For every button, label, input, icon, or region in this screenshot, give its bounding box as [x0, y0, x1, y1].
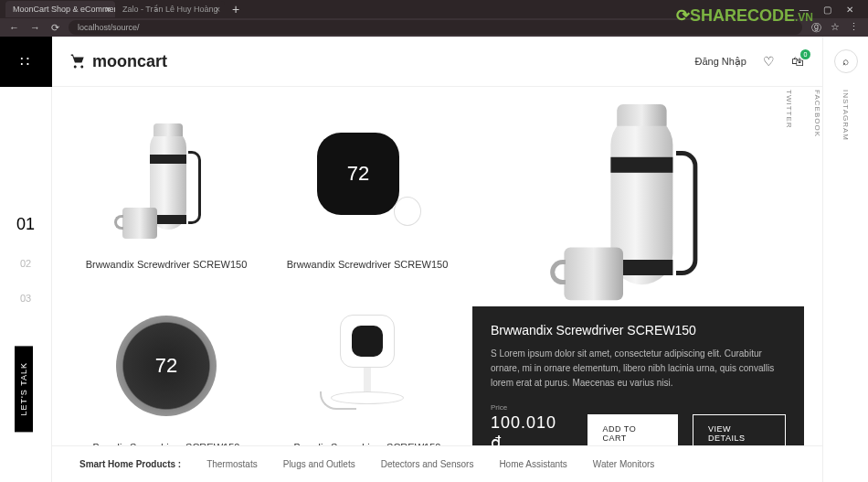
product-card[interactable]: Brwwandix Screwdriver SCREW150: [70, 114, 262, 288]
category-nav: Smart Home Products : Thermostats Plugs …: [52, 445, 822, 482]
forward-icon[interactable]: →: [30, 22, 40, 34]
hero-title: Brwwandix Screwdriver SCREW150: [491, 323, 786, 337]
close-icon[interactable]: ×: [105, 5, 111, 15]
login-link[interactable]: Đăng Nhập: [694, 56, 746, 68]
close-icon[interactable]: ×: [215, 5, 220, 15]
menu-icon[interactable]: ⋮: [849, 21, 859, 35]
price-label: Price: [491, 403, 786, 412]
thermo-reading: 72: [347, 162, 369, 186]
wishlist-button[interactable]: ♡: [763, 54, 775, 69]
site-logo[interactable]: mooncart: [70, 52, 167, 71]
thermo-reading: 72: [155, 354, 177, 378]
back-icon[interactable]: ←: [9, 22, 19, 34]
pager-dot[interactable]: 01: [16, 215, 35, 234]
logo-text: mooncart: [92, 52, 167, 71]
product-image: [294, 297, 440, 434]
heart-icon: ♡: [763, 54, 775, 69]
left-rail: ∷ 01 02 03 LET'S TALK: [0, 37, 52, 482]
main-content: Brwwandix Screwdriver SCREW150 72 Brwwan…: [52, 87, 822, 482]
lets-talk-button[interactable]: LET'S TALK: [15, 346, 33, 432]
page: ∷ 01 02 03 LET'S TALK ⌕ EXAMPLE@INFO.COM…: [0, 37, 868, 482]
reload-icon[interactable]: ⟳: [51, 22, 59, 34]
category-link[interactable]: Water Monitors: [593, 459, 654, 469]
hero-product: Brwwandix Screwdriver SCREW150 S Lorem i…: [472, 114, 804, 471]
product-image: 72: [294, 114, 440, 252]
browser-tab-active[interactable]: MoonCart Shop & eCommerc ×: [5, 1, 115, 17]
maximize-icon[interactable]: ▢: [823, 5, 831, 15]
search-icon: ⌕: [842, 55, 849, 68]
pager-dot[interactable]: 03: [20, 293, 31, 304]
close-window-icon[interactable]: ✕: [846, 5, 853, 15]
category-link[interactable]: Thermostats: [206, 459, 258, 469]
hero-description: S Lorem ipsum dolor sit amet, consectetu…: [491, 347, 786, 391]
product-image: [93, 114, 239, 252]
category-label: Smart Home Products :: [79, 459, 181, 469]
cart-icon: [70, 53, 87, 70]
tab-title: Zalo - Trần Lê Huy Hoàng: [122, 5, 218, 14]
tab-strip: MoonCart Shop & eCommerc × Zalo - Trần L…: [0, 0, 868, 18]
product-card[interactable]: 72 Brwwandix Screwdriver SCREW150: [271, 114, 463, 288]
site-header: mooncart Đăng Nhập ♡ 🛍 0: [52, 37, 822, 87]
search-button[interactable]: ⌕: [834, 49, 858, 73]
cart-button[interactable]: 🛍 0: [791, 54, 804, 69]
category-link[interactable]: Detectors and Sensors: [381, 459, 474, 469]
address-bar: ← → ⟳ localhost/source/ ⓖ ☆ ⋮: [0, 18, 868, 37]
hero-pager: 01 02 03: [16, 215, 35, 304]
category-link[interactable]: Plugs and Outlets: [283, 459, 355, 469]
tab-title: MoonCart Shop & eCommerc: [13, 5, 115, 14]
browser-chrome: MoonCart Shop & eCommerc × Zalo - Trần L…: [0, 0, 868, 37]
translate-icon[interactable]: ⓖ: [811, 21, 821, 35]
social-instagram[interactable]: INSTAGRAM: [842, 90, 850, 183]
hero-image: [472, 114, 804, 306]
window-controls: — ▢ ✕: [799, 5, 863, 15]
product-image: 72: [93, 297, 239, 434]
browser-tab[interactable]: Zalo - Trần Lê Huy Hoàng ×: [115, 1, 225, 17]
minimize-icon[interactable]: —: [799, 5, 809, 15]
category-link[interactable]: Home Assistants: [499, 459, 566, 469]
right-rail: ⌕ EXAMPLE@INFO.COM +91 123 456 7890 INST…: [822, 37, 868, 482]
menu-toggle[interactable]: ∷: [0, 37, 52, 87]
new-tab-button[interactable]: +: [225, 2, 247, 16]
pager-dot[interactable]: 02: [20, 258, 31, 269]
product-title: Brwwandix Screwdriver SCREW150: [287, 259, 449, 270]
url-field[interactable]: localhost/source/: [69, 20, 802, 35]
cart-badge: 0: [800, 49, 810, 59]
bookmark-icon[interactable]: ☆: [831, 21, 840, 35]
url-text: localhost/source/: [78, 23, 140, 32]
product-title: Brwwandix Screwdriver SCREW150: [86, 259, 248, 270]
